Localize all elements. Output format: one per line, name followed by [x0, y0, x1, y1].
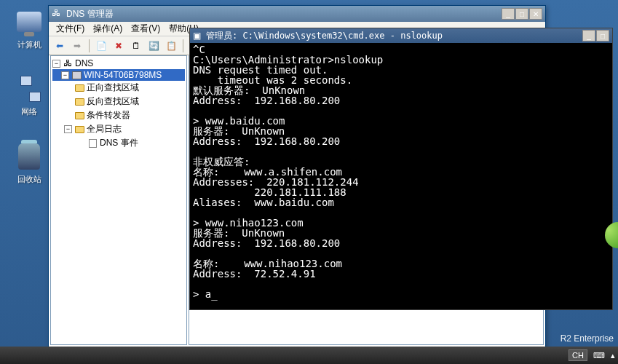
tree-label: DNS	[75, 58, 93, 68]
server-icon	[71, 70, 82, 80]
tree-label: 条件转发器	[87, 109, 130, 122]
language-indicator[interactable]: CH	[569, 349, 587, 361]
back-button[interactable]: ⬅	[52, 38, 68, 54]
tree-server[interactable]: − WIN-54T06B798MS	[52, 69, 185, 81]
tree-label: DNS 事件	[100, 137, 138, 149]
tree-root-dns[interactable]: − 🖧 DNS	[52, 58, 185, 69]
tree-label: 全局日志	[87, 123, 122, 135]
cmd-title-text: 管理员: C:\Windows\system32\cmd.exe - nsloo…	[206, 30, 582, 42]
dns-title-text: DNS 管理器	[66, 8, 502, 20]
windows-watermark: R2 Enterprise	[560, 333, 614, 344]
computer-icon	[15, 7, 44, 36]
dns-tree[interactable]: − 🖧 DNS − WIN-54T06B798MS 正向查找区域 反向查找区域 …	[50, 55, 187, 345]
tree-reverse-zones[interactable]: 反向查找区域	[52, 95, 185, 108]
tree-label: WIN-54T06B798MS	[84, 70, 162, 80]
minimize-button[interactable]: _	[582, 30, 595, 41]
folder-icon	[74, 111, 84, 121]
dns-titlebar[interactable]: 🖧 DNS 管理器 _ □ ✕	[49, 6, 545, 22]
desktop-icon-label: 网络	[6, 106, 52, 117]
cmd-terminal-output[interactable]: ^C C:\Users\Administrator>nslookup DNS r…	[190, 43, 612, 309]
minimize-button[interactable]: _	[502, 8, 515, 20]
forward-button[interactable]: ➡	[69, 38, 85, 54]
folder-icon	[74, 83, 84, 93]
tray-caret-icon[interactable]: ▴	[611, 351, 615, 360]
dns-icon: 🖧	[63, 58, 73, 68]
cmd-titlebar[interactable]: ▣ 管理员: C:\Windows\system32\cmd.exe - nsl…	[190, 28, 612, 43]
separator	[183, 39, 183, 52]
tree-conditional-forwarders[interactable]: 条件转发器	[52, 108, 185, 122]
folder-icon	[74, 124, 84, 135]
tree-forward-zones[interactable]: 正向查找区域	[52, 81, 185, 95]
trash-icon	[15, 142, 44, 171]
separator	[89, 39, 90, 52]
menu-view[interactable]: 查看(V)	[127, 21, 165, 36]
properties-button[interactable]: 🗒	[128, 38, 144, 54]
desktop-icon-computer[interactable]: 计算机	[6, 7, 52, 50]
cmd-window: ▣ 管理员: C:\Windows\system32\cmd.exe - nsl…	[189, 28, 613, 310]
new-button[interactable]: 📄	[93, 38, 109, 54]
close-button[interactable]: ✕	[529, 8, 542, 20]
desktop-icon-label: 回收站	[6, 174, 52, 185]
file-icon	[87, 138, 98, 149]
tree-label: 反向查找区域	[87, 95, 139, 108]
desktop-icon-network[interactable]: 网络	[6, 74, 52, 117]
tree-label: 正向查找区域	[87, 82, 139, 94]
tree-global-log[interactable]: − 全局日志	[52, 122, 185, 136]
collapse-icon[interactable]: −	[61, 71, 69, 79]
folder-icon	[74, 97, 84, 107]
menu-action[interactable]: 操作(A)	[89, 21, 127, 36]
collapse-icon[interactable]: −	[64, 125, 72, 133]
delete-button[interactable]: ✖	[111, 38, 127, 54]
maximize-button[interactable]: □	[515, 8, 528, 20]
dns-icon: 🖧	[52, 8, 63, 20]
tree-dns-events[interactable]: DNS 事件	[52, 136, 185, 150]
refresh-button[interactable]: 🔄	[146, 38, 162, 54]
network-icon	[15, 74, 44, 103]
export-button[interactable]: 📋	[163, 38, 179, 54]
desktop-icon-recycle[interactable]: 回收站	[6, 142, 52, 185]
cmd-icon: ▣	[193, 31, 203, 41]
menu-file[interactable]: 文件(F)	[52, 21, 89, 36]
collapse-icon[interactable]: −	[52, 60, 60, 68]
maximize-button[interactable]: □	[596, 30, 609, 41]
taskbar[interactable]: CH ⌨ ▴	[0, 347, 618, 364]
ime-icon[interactable]: ⌨	[593, 351, 605, 360]
desktop-icon-label: 计算机	[6, 39, 52, 50]
